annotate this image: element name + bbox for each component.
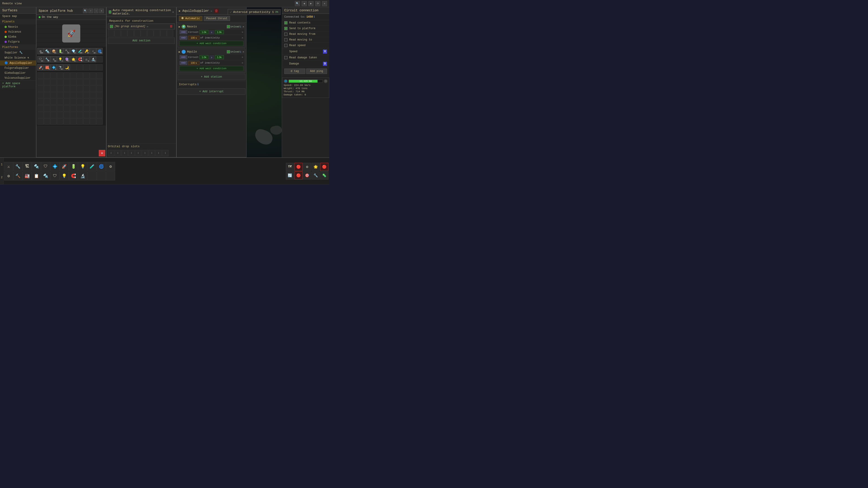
hotbar-slot-2-1[interactable]: ⚙	[4, 172, 13, 180]
nauvis-station-close[interactable]: ✕	[243, 25, 244, 29]
hub-close-button[interactable]: ✕	[99, 150, 105, 156]
read-contents-checkbox[interactable]: ✓	[284, 21, 287, 24]
right-icon-map[interactable]: 🗺	[286, 163, 294, 171]
inv-slot[interactable]: 🔬6	[90, 56, 96, 62]
right-icon-gear[interactable]: ⚙	[303, 163, 311, 171]
construction-close[interactable]: ✕	[172, 10, 174, 14]
aquilo-unload-btn[interactable]: ✓ Unload ℹ	[227, 50, 241, 53]
connected-info-icon[interactable]: ℹ	[314, 15, 315, 19]
circuit-val2-2[interactable]	[215, 55, 224, 59]
hotbar-slot-2-11[interactable]	[97, 172, 106, 180]
hotbar-slot-1-2[interactable]: 🔧	[13, 162, 22, 171]
schedule-delete-icon[interactable]: 🗑	[214, 8, 219, 13]
nav-gleba[interactable]: Gleba	[0, 34, 36, 39]
right-icon-target[interactable]: 🔴	[294, 172, 303, 180]
platform-gleba-supplier[interactable]: GlebaSupplier	[0, 70, 36, 75]
inv-slot-empty[interactable]	[96, 64, 103, 70]
tag-button[interactable]: d tag	[284, 68, 305, 74]
damage-signal-box[interactable]: D	[323, 62, 327, 66]
inv-slot[interactable]: 💠3	[51, 64, 57, 70]
right-icon-refresh[interactable]: 🔄	[286, 172, 294, 180]
inv-slot[interactable]: 🛡44	[37, 56, 44, 62]
inv-slot[interactable]: 🔋49	[57, 48, 63, 54]
nav-vulcanus[interactable]: Vulcanus	[0, 29, 36, 34]
hotbar-slot-2-7[interactable]: 💡	[60, 172, 69, 180]
nauvis-unload-checkbox[interactable]: ✓	[227, 25, 230, 28]
time-close-1[interactable]: ✕	[242, 36, 243, 39]
schedule-edit-icon[interactable]: ✏	[211, 9, 212, 13]
hotbar-slot-2-10[interactable]	[88, 172, 97, 180]
inv-slot[interactable]: ⚖6	[83, 56, 90, 62]
interrupts-info-icon[interactable]: ℹ	[197, 83, 198, 86]
hub-search-btn[interactable]: 🔍	[83, 8, 88, 13]
aquilo-unload-info[interactable]: ℹ	[240, 51, 241, 53]
read-moving-to-checkbox[interactable]	[284, 38, 287, 41]
inv-slot[interactable]: 🚀2	[37, 64, 44, 70]
hotbar-slot-1-7[interactable]: 🚀	[60, 162, 69, 171]
circuit-read-contents[interactable]: ✓ Read contents	[282, 20, 329, 26]
hotbar-slot-2-3[interactable]: 🏭	[23, 172, 32, 180]
inv-slot[interactable]: ⚙100	[37, 48, 44, 54]
aquilo-unload-checkbox[interactable]: ✓	[227, 50, 230, 53]
inv-slot[interactable]: 🧲3	[77, 56, 83, 62]
inv-slot[interactable]: 🌙8	[64, 64, 70, 70]
inv-slot[interactable]: 🔩34	[44, 48, 50, 54]
time-input-2[interactable]	[188, 61, 199, 65]
ping-button[interactable]: Add ping	[306, 68, 327, 74]
read-damage-checkbox[interactable]	[284, 56, 287, 59]
send-platform-checkbox[interactable]: ✓	[284, 27, 287, 30]
operator-btn-1[interactable]: ≥	[210, 30, 214, 34]
orbital-slot-1[interactable]: ⬇	[108, 150, 114, 156]
circuit-read-moving-to[interactable]: Read moving to	[282, 37, 329, 43]
add-interrupt-button[interactable]: + Add interrupt	[178, 88, 245, 95]
right-icon-wrench[interactable]: 🔧	[312, 172, 320, 180]
orbital-slot-5[interactable]: ⬇	[135, 150, 141, 156]
hub-close-btn[interactable]: ✕	[99, 8, 104, 13]
group-delete-icon[interactable]: 🗑	[169, 25, 173, 28]
group-checkbox[interactable]: ✓	[110, 25, 113, 28]
nav-fulgora[interactable]: Fulgora	[0, 39, 36, 44]
circuit-read-speed[interactable]: Read speed	[282, 43, 329, 49]
inv-slot-empty[interactable]	[83, 64, 90, 70]
right-icon-alert[interactable]: 🔴	[320, 163, 329, 171]
hotbar-slot-1-4[interactable]: 🔩	[32, 162, 41, 171]
refresh-icon[interactable]: ⟳	[315, 1, 320, 6]
nav-nauvis[interactable]: Nauvis	[0, 24, 36, 29]
inv-slot[interactable]: ⛏39	[64, 48, 70, 54]
hub-arrow-btn[interactable]: →	[94, 8, 98, 13]
time-close-2[interactable]: ✕	[242, 61, 243, 65]
inv-slot[interactable]: 💎25	[70, 48, 76, 54]
orbital-slot-9[interactable]: ⬇	[162, 150, 168, 156]
auto-request-checkbox[interactable]: ✓	[109, 10, 111, 13]
add-wait-btn-2[interactable]: + Add wait condition	[180, 66, 243, 71]
inv-slot[interactable]: 🧱9	[44, 64, 50, 70]
hotbar-slot-1-8[interactable]: 🔋	[69, 162, 78, 171]
right-icon-star[interactable]: 🌟	[312, 163, 320, 171]
inv-slot-empty[interactable]	[96, 56, 103, 62]
condition-close-1[interactable]: ✕	[242, 30, 243, 34]
hotbar-slot-1-6[interactable]: 💠	[51, 162, 60, 171]
orbital-slot-3[interactable]: ⬇	[121, 150, 128, 156]
platform-aquilo-supplier[interactable]: 🔵 AquiloSupplier	[0, 60, 36, 66]
add-section-button[interactable]: Add section	[108, 37, 175, 44]
add-wait-btn-1[interactable]: + Add wait condition	[180, 41, 243, 46]
space-map-item[interactable]: Space map	[0, 14, 36, 19]
close-icon[interactable]: ✕	[322, 1, 327, 6]
aquilo-station-close[interactable]: ✕	[243, 50, 244, 54]
inv-slot-empty[interactable]	[77, 64, 83, 70]
inv-slot[interactable]: 📦29	[51, 48, 57, 54]
hotbar-slot-2-4[interactable]: 📋	[32, 172, 41, 180]
orbital-slot-8[interactable]: ⬇	[155, 150, 162, 156]
platform-white-science[interactable]: White Science ⚗️	[0, 55, 36, 60]
inv-slot[interactable]: 🔑50	[83, 48, 90, 54]
time-input-1[interactable]	[188, 36, 199, 40]
hotbar-slot-2-8[interactable]: 🧲	[69, 172, 78, 180]
circuit-val1-2[interactable]	[199, 55, 209, 59]
circuit-speed-signal[interactable]: Speed V	[282, 49, 329, 55]
circuit-read-damage[interactable]: Read damage taken	[282, 55, 329, 61]
inv-slot[interactable]: ⚡10	[90, 48, 96, 54]
orbital-slot-2[interactable]: ⬇	[115, 150, 121, 156]
right-icon-aim[interactable]: 🎯	[303, 172, 311, 180]
operator-btn-2[interactable]: ≥	[210, 55, 214, 59]
hotbar-slot-2-5[interactable]: 🔩	[41, 172, 50, 180]
